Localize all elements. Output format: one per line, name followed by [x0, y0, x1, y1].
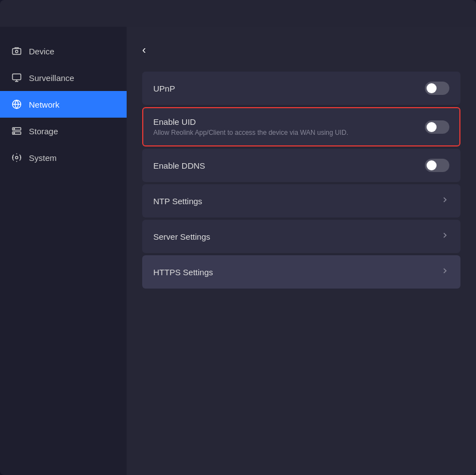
- row-left-enable-ddns: Enable DDNS: [153, 161, 205, 170]
- sidebar: DeviceSurveillanceNetworkStorageSystem: [0, 27, 127, 475]
- row-label-server-settings: Server Settings: [153, 232, 211, 241]
- sidebar-item-storage[interactable]: Storage: [0, 118, 127, 144]
- svg-point-8: [14, 133, 15, 134]
- close-button[interactable]: [458, 11, 467, 16]
- titlebar: [0, 0, 476, 27]
- back-button[interactable]: ‹: [142, 43, 146, 56]
- page-header: ‹: [142, 43, 460, 56]
- storage-icon: [11, 125, 22, 137]
- settings-row-server-settings[interactable]: Server Settings: [142, 220, 460, 253]
- svg-point-7: [14, 129, 15, 130]
- settings-row-enable-ddns[interactable]: Enable DDNS: [142, 149, 460, 182]
- sidebar-item-label-device: Device: [29, 47, 54, 56]
- row-label-ntp-settings: NTP Settings: [153, 196, 202, 206]
- sidebar-item-label-system: System: [29, 153, 57, 163]
- sidebar-item-label-network: Network: [29, 100, 59, 109]
- svg-rect-0: [13, 49, 21, 55]
- svg-point-9: [16, 156, 18, 159]
- sidebar-item-label-storage: Storage: [29, 127, 58, 136]
- row-sublabel-enable-uid: Allow Reolink App/Client to access the d…: [153, 129, 348, 137]
- sidebar-item-device[interactable]: Device: [0, 38, 127, 64]
- row-left-enable-uid: Enable UIDAllow Reolink App/Client to ac…: [153, 117, 348, 137]
- chevron-right-icon-https-settings: [440, 266, 449, 278]
- camera-icon: [11, 46, 22, 57]
- row-label-upnp: UPnP: [153, 84, 175, 93]
- svg-rect-2: [13, 74, 21, 80]
- content-area: ‹ UPnPEnable UIDAllow Reolink App/Client…: [127, 27, 476, 475]
- chevron-right-icon-ntp-settings: [440, 195, 449, 207]
- svg-point-1: [16, 50, 18, 53]
- globe-icon: [11, 99, 22, 110]
- settings-row-https-settings[interactable]: HTTPS Settings: [142, 255, 460, 289]
- chevron-right-icon-server-settings: [440, 231, 449, 242]
- settings-row-upnp[interactable]: UPnP: [142, 72, 460, 105]
- row-left-ntp-settings: NTP Settings: [153, 196, 202, 206]
- app-window: DeviceSurveillanceNetworkStorageSystem ‹…: [0, 0, 476, 475]
- row-label-https-settings: HTTPS Settings: [153, 267, 213, 277]
- settings-list: UPnPEnable UIDAllow Reolink App/Client t…: [142, 72, 460, 289]
- row-label-enable-ddns: Enable DDNS: [153, 161, 205, 170]
- monitor-icon: [11, 72, 22, 83]
- toggle-upnp[interactable]: [425, 82, 449, 95]
- toggle-enable-ddns[interactable]: [425, 159, 449, 172]
- sidebar-item-surveillance[interactable]: Surveillance: [0, 64, 127, 91]
- toggle-enable-uid[interactable]: [425, 120, 449, 134]
- row-left-https-settings: HTTPS Settings: [153, 267, 213, 277]
- sidebar-item-network[interactable]: Network: [0, 91, 127, 118]
- row-left-upnp: UPnP: [153, 84, 175, 93]
- gear-icon: [11, 152, 22, 163]
- settings-row-enable-uid[interactable]: Enable UIDAllow Reolink App/Client to ac…: [142, 107, 460, 146]
- sidebar-item-system[interactable]: System: [0, 144, 127, 171]
- row-label-enable-uid: Enable UID: [153, 117, 348, 127]
- main-area: DeviceSurveillanceNetworkStorageSystem ‹…: [0, 27, 476, 475]
- settings-row-ntp-settings[interactable]: NTP Settings: [142, 184, 460, 218]
- row-left-server-settings: Server Settings: [153, 232, 211, 241]
- sidebar-item-label-surveillance: Surveillance: [29, 73, 74, 83]
